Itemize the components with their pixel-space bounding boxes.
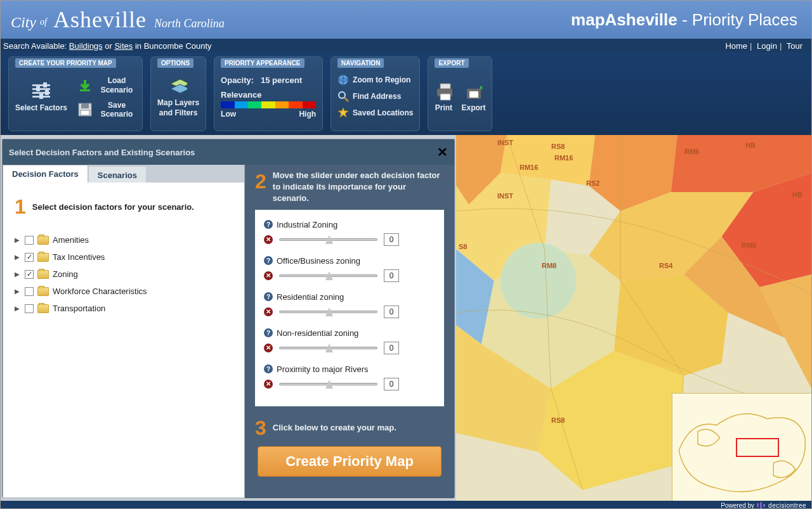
zoom-label: Zoom to Region (353, 75, 410, 84)
chevron-right-icon: ▶ (15, 305, 21, 312)
nav-login[interactable]: Login (757, 41, 777, 51)
folder-icon (37, 304, 49, 313)
relevance-label: Relevance (221, 90, 316, 100)
load-scenario-button[interactable]: Load Scenario (76, 76, 136, 94)
slider-value[interactable]: 0 (384, 233, 399, 246)
tree-item-label: Zoning (53, 269, 78, 279)
tab-decision-factors[interactable]: Decision Factors (3, 165, 88, 183)
info-icon[interactable]: ? (264, 292, 273, 301)
svg-rect-18 (763, 504, 765, 507)
svg-rect-14 (469, 91, 478, 98)
download-arrow-icon (76, 77, 94, 94)
relevance-low: Low (221, 110, 236, 119)
relevance-color-bar (221, 101, 316, 108)
chevron-right-icon: ▶ (15, 236, 21, 243)
tab-scenarios[interactable]: Scenarios (88, 166, 147, 183)
svg-rect-2 (81, 103, 89, 108)
panel-title-navigation: NAVIGATION (337, 58, 384, 68)
importance-slider[interactable] (279, 238, 377, 241)
info-icon[interactable]: ? (264, 328, 273, 337)
tree-item[interactable]: ▶✓Tax Incentives (15, 248, 233, 266)
decisiontree-logo-icon (757, 502, 766, 508)
map-layers-label-1: Map Layers (157, 98, 199, 107)
importance-slider[interactable] (279, 274, 377, 277)
slider-value[interactable]: 0 (384, 378, 399, 390)
minimap-viewport[interactable] (736, 438, 779, 457)
remove-icon[interactable]: ✕ (264, 235, 273, 244)
left-pane: Decision Factors Scenarios 1 Select deci… (3, 165, 245, 498)
map-layers-button[interactable]: Map Layers and Filters (157, 78, 199, 118)
map-canvas[interactable]: INST RS8 RM16 RM16 RS2 RM6 HB HB INST S8… (456, 135, 811, 501)
checkbox[interactable] (25, 287, 34, 296)
panel-create: CREATE YOUR PRIORITY MAP Select Factors … (8, 56, 143, 131)
link-buildings[interactable]: Buildings (69, 41, 103, 51)
panel-title-appearance: PRIORITY APPEARANCE (221, 58, 304, 68)
folder-icon (37, 253, 49, 262)
importance-slider[interactable] (279, 383, 377, 385)
zoom-to-region-button[interactable]: Zoom to Region (337, 74, 410, 86)
slider-thumb[interactable] (325, 344, 333, 352)
factor-row: ?Industrial Zoning✕0 (264, 220, 435, 246)
search-or: or (105, 41, 114, 51)
info-icon[interactable]: ? (264, 364, 273, 373)
nav-links: Home| Login| Tour (725, 41, 802, 51)
factor-slider-list[interactable]: ?Industrial Zoning✕0?Office/Business zon… (255, 210, 444, 406)
checkbox[interactable] (25, 236, 34, 245)
svg-point-7 (339, 92, 345, 98)
create-priority-map-button[interactable]: Create Priority Map (258, 446, 442, 477)
tabs: Decision Factors Scenarios (3, 165, 244, 183)
nav-tour[interactable]: Tour (787, 41, 802, 51)
load-scenario-label: Load Scenario (98, 76, 136, 94)
close-icon[interactable]: ✕ (437, 145, 448, 160)
svg-rect-12 (440, 94, 450, 100)
slider-thumb[interactable] (325, 307, 333, 316)
folder-icon (37, 270, 49, 279)
saved-locations-button[interactable]: Saved Locations (337, 107, 413, 119)
logo-sub: North Carolina (154, 17, 225, 30)
find-address-button[interactable]: Find Address (337, 91, 401, 102)
remove-icon[interactable]: ✕ (264, 307, 273, 316)
slider-thumb[interactable] (325, 235, 333, 244)
importance-slider[interactable] (279, 311, 377, 313)
floppy-disk-icon (76, 101, 94, 119)
export-button[interactable]: Export (461, 83, 485, 112)
slider-value[interactable]: 0 (384, 306, 399, 318)
remove-icon[interactable]: ✕ (264, 271, 273, 280)
svg-rect-17 (760, 502, 762, 508)
info-icon[interactable]: ? (264, 256, 273, 265)
checkbox[interactable]: ✓ (25, 253, 34, 262)
svg-rect-16 (757, 503, 759, 507)
print-button[interactable]: Print (435, 83, 452, 112)
tree-item[interactable]: ▶Workforce Characteristics (15, 283, 233, 300)
panel-navigation: NAVIGATION Zoom to Region Find Address S… (331, 56, 420, 131)
export-arrow-icon (464, 83, 482, 101)
right-pane: 2 Move the slider under each decision fa… (245, 165, 454, 498)
slider-thumb[interactable] (325, 271, 333, 280)
slider-value[interactable]: 0 (384, 342, 399, 354)
search-rest: in Buncombe County (135, 41, 212, 51)
powered-by-label: Powered by (721, 502, 754, 509)
select-factors-button[interactable]: Select Factors (15, 83, 67, 112)
minimap[interactable] (672, 393, 811, 501)
svg-line-8 (344, 98, 348, 101)
step-1-number: 1 (15, 195, 26, 219)
checkbox[interactable]: ✓ (25, 270, 34, 279)
importance-slider[interactable] (279, 347, 377, 349)
nav-home[interactable]: Home (725, 41, 747, 51)
tree-item-label: Tax Incentives (53, 252, 105, 262)
checkbox[interactable] (25, 304, 34, 313)
tree-item[interactable]: ▶Transportation (15, 300, 233, 317)
save-scenario-button[interactable]: Save Scenario (76, 101, 136, 119)
factor-name: Industrial Zoning (277, 220, 337, 229)
slider-thumb[interactable] (325, 380, 333, 389)
info-icon[interactable]: ? (264, 220, 273, 229)
link-sites[interactable]: Sites (114, 41, 133, 51)
factor-row: ?Proximity to major Rivers✕0 (264, 364, 435, 390)
slider-value[interactable]: 0 (384, 269, 399, 282)
tree-item[interactable]: ▶Amenities (15, 231, 233, 248)
find-label: Find Address (353, 92, 401, 101)
remove-icon[interactable]: ✕ (264, 344, 273, 352)
tree-item[interactable]: ▶✓Zoning (15, 266, 233, 283)
panel-title-create: CREATE YOUR PRIORITY MAP (15, 58, 116, 68)
remove-icon[interactable]: ✕ (264, 380, 273, 389)
